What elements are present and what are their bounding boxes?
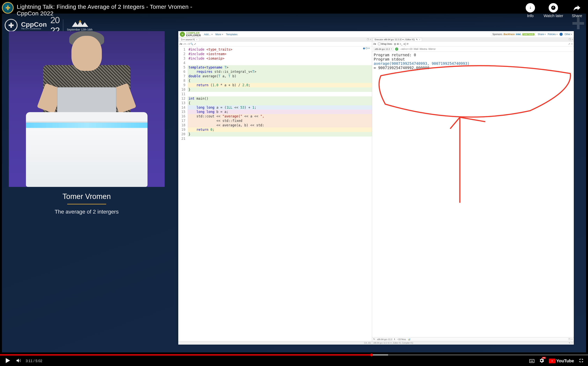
output-stdout-header: Program stdout (374, 57, 572, 61)
info-icon (526, 3, 535, 12)
youtube-button[interactable]: YouTube (549, 358, 574, 364)
close-icon[interactable]: × (196, 38, 197, 41)
podium-prop (26, 112, 147, 187)
clock-icon (549, 3, 558, 12)
popout-icon[interactable]: ❐ (569, 38, 571, 41)
source-tabstrip: C++ source #1× ❐× (178, 38, 372, 41)
progress-bar[interactable] (0, 354, 588, 356)
channel-avatar[interactable]: ✚ (2, 2, 14, 14)
youtube-icon (549, 358, 556, 363)
sponsors-box[interactable]: Sponsors Backtrace intel. Solid Sands (491, 32, 536, 36)
source-tab[interactable]: C++ source #1× (179, 38, 199, 41)
close-icon[interactable]: × (572, 338, 573, 341)
accent-underline (67, 204, 106, 204)
source-toolbar-buttons[interactable]: A▾ ▫ + − 𝓥 🔍 ⤢ (179, 43, 196, 45)
laptop-prop (57, 87, 116, 115)
video-frame: ✚ CppCon The C++ Conference 20 22 Septem… (2, 14, 586, 352)
close-icon[interactable]: × (571, 43, 573, 45)
menu-add[interactable]: Add... (204, 33, 213, 36)
close-icon[interactable]: × (419, 38, 420, 41)
gear-icon: ≡ (180, 32, 185, 37)
code-editor[interactable]: 123456789101112131415161718192021 #inclu… (178, 46, 372, 341)
speaker-column: Tomer Vromen The average of 2 intergers (2, 14, 171, 352)
editor-statusbar: (14, 15) (178, 341, 372, 345)
edit-icon[interactable]: ✎ (416, 38, 418, 41)
exec-tabstrip: Executor x86-64 gcc 12.2 (C++, Editor #1… (372, 38, 574, 41)
time-display: 3:11 / 5:02 (26, 359, 42, 363)
source-pane: C++ source #1× ❐× A▾ ▫ + − 𝓥 🔍 ⤢ ◉C++ 12… (178, 38, 372, 345)
code-area[interactable]: #include <type_traits>#include <iostream… (187, 46, 372, 341)
source-toolbar[interactable]: A▾ ▫ + − 𝓥 🔍 ⤢ ◉C++ (178, 41, 372, 46)
ce-right-links: Sponsors Backtrace intel. Solid Sands Sh… (491, 32, 572, 36)
menu-templates[interactable]: Templates (226, 33, 238, 36)
executor-pane: Executor x86-64 gcc 12.2 (C++, Editor #1… (372, 38, 574, 345)
player-controls: 3:11 / 5:02 cc HD YouTube (0, 354, 588, 366)
link-policies[interactable]: Policies (548, 33, 557, 36)
exec-toolbar: A▾ Wrap lines ▤✿>_➜]⟳ ↗× (372, 41, 574, 46)
close-pane-icon[interactable]: × (572, 38, 573, 41)
ce-logo: ≡ COMPILEREXPLORER (180, 32, 201, 37)
output-call: average(9007199254740993, 90071992547409… (374, 61, 572, 66)
menu-more[interactable]: More (216, 33, 223, 36)
link-share[interactable]: Share (538, 33, 546, 36)
hd-badge: HD (542, 357, 546, 359)
exec-footer: ↻ x86-64 gcc 12.2 ℹ ~1574ms 📊 ❐× (372, 337, 574, 341)
popout-icon[interactable]: ❐ (367, 38, 369, 41)
watch-later-button[interactable]: Watch later (544, 3, 563, 31)
video-player: ✚ CppCon The C++ Conference 20 22 Septem… (0, 0, 588, 366)
captions-button[interactable]: cc (529, 359, 534, 363)
video-title[interactable]: Lightning Talk: Finding the Average of 2… (17, 2, 212, 17)
annotation-overlay (372, 52, 574, 262)
compiler-explorer: ≡ COMPILEREXPLORER Add... More Templates… (178, 31, 574, 345)
info-icon[interactable]: ℹ (394, 338, 395, 341)
popout-icon[interactable]: ❐ (568, 338, 570, 341)
footer-compiler: x86-64 gcc 12.2 (377, 338, 392, 341)
font-dropdown[interactable]: A▾ (373, 43, 376, 45)
close-pane-icon[interactable]: × (370, 38, 371, 41)
compiler-selector[interactable]: x86-64 gcc 12.2 (373, 47, 394, 50)
refresh-icon[interactable]: ↻ (373, 338, 375, 341)
wrap-lines-toggle[interactable]: Wrap lines (378, 43, 392, 45)
footer-time: ~1574ms (397, 338, 406, 341)
output-result: = 9007199254740992.000000 (374, 66, 572, 70)
info-button[interactable]: Info (526, 3, 535, 31)
slide-content: ≡ COMPILEREXPLORER Add... More Templates… (171, 14, 586, 352)
output-returned: Program returned: 0 (374, 53, 572, 57)
sponsor-intel: intel. (516, 33, 521, 36)
compiler-flags[interactable]: --std=c++20 -Wall -Wextra -Werror (400, 48, 573, 50)
sponsors-label: Sponsors (492, 33, 502, 36)
ce-top-menu: Add... More Templates (204, 33, 238, 36)
player-top-overlay: ✚ Lightning Talk: Finding the Average of… (0, 0, 588, 31)
share-icon (572, 3, 581, 12)
talk-caption: The average of 2 intergers (54, 209, 118, 215)
ce-topbar: ≡ COMPILEREXPLORER Add... More Templates… (178, 31, 574, 38)
speaker-name: Tomer Vromen (62, 192, 111, 201)
program-output: Program returned: 0 Program stdout avera… (372, 52, 574, 337)
compiler-row: x86-64 gcc 12.2 ✓ --std=c++20 -Wall -Wex… (372, 46, 574, 52)
play-button[interactable] (4, 357, 11, 365)
popout-icon[interactable]: ↗ (568, 43, 570, 45)
exec-tab[interactable]: Executor x86-64 gcc 12.2 (C++, Editor #1… (373, 38, 422, 41)
settings-button[interactable]: HD (539, 358, 545, 364)
exec-toolbar-icons[interactable]: ▤✿>_➜]⟳ (394, 43, 408, 45)
exit-fullscreen-button[interactable] (578, 358, 584, 364)
ce-body: C++ source #1× ❐× A▾ ▫ + − 𝓥 🔍 ⤢ ◉C++ 12… (178, 38, 574, 345)
line-gutter: 123456789101112131415161718192021 (178, 46, 187, 341)
volume-button[interactable] (15, 358, 21, 364)
sponsor-backtrace: Backtrace (503, 33, 515, 36)
graph-icon[interactable]: 📊 (408, 338, 410, 341)
card-teaser-plus-icon[interactable] (571, 15, 586, 31)
link-other[interactable]: Other (565, 33, 572, 36)
compiler-subtab[interactable]: x86-64 gcc 12.2 (C++, Editor #1, Compile… (372, 341, 574, 345)
speaker-camera (9, 31, 165, 187)
progress-played (0, 354, 371, 356)
sponsor-solid-sands: Solid Sands (522, 33, 534, 35)
status-ok-icon: ✓ (395, 47, 398, 51)
notification-icon[interactable] (560, 33, 563, 36)
